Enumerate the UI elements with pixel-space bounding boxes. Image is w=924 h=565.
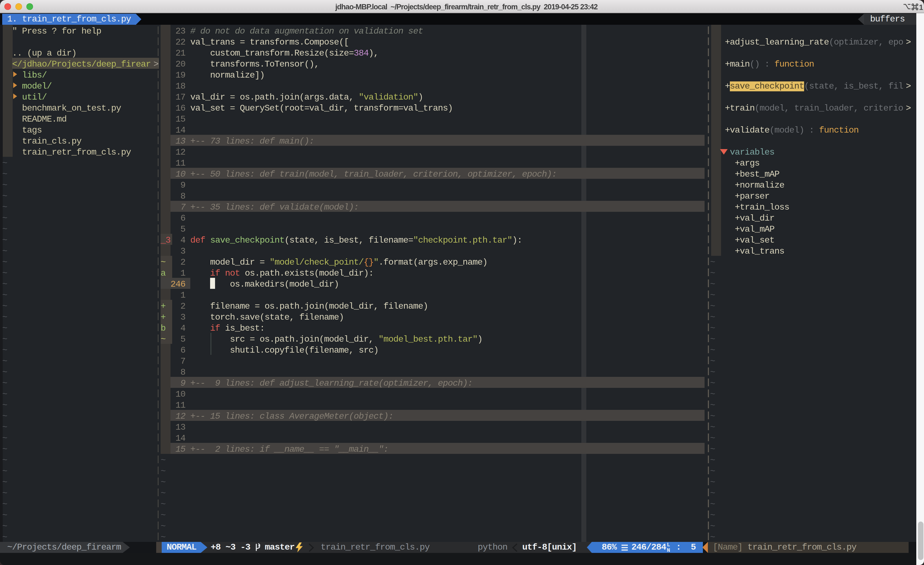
svg-text:1: 1 — [919, 3, 923, 11]
